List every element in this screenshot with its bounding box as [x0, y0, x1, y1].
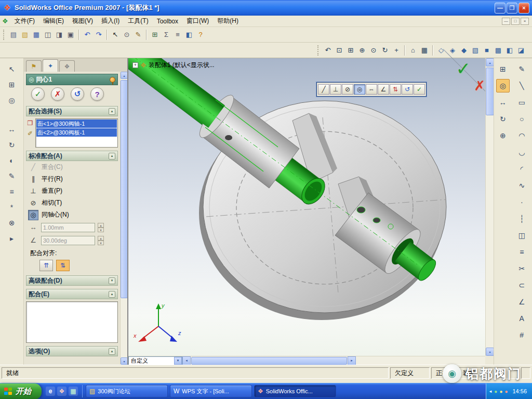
sketch-icon[interactable]: ✎ — [515, 62, 528, 76]
insert-components-icon[interactable]: ⊞ — [496, 62, 510, 76]
selection-filter-icon[interactable]: ⊙ — [121, 29, 132, 41]
line-icon[interactable]: ╲ — [515, 79, 528, 92]
mate-tangent[interactable]: ⊘ 相切(T) — [26, 197, 118, 209]
quicklaunch-show-desktop-icon[interactable]: ▦ — [69, 387, 78, 396]
help-icon[interactable]: ? — [195, 29, 206, 41]
scroll-down-icon[interactable]: ▾ — [121, 357, 128, 365]
feature-tree-root[interactable]: + ❖ 装配体1 (默认<显示状... — [132, 61, 215, 70]
mate-coincident[interactable]: ╱ 重合(C) — [26, 161, 118, 173]
task-folder-300[interactable]: ▨ 300阀门论坛 — [86, 385, 168, 397]
popup-ok-icon[interactable]: ✓ — [414, 84, 425, 95]
model-hole-2[interactable] — [373, 218, 380, 223]
scroll-up-icon[interactable]: ▴ — [486, 58, 494, 66]
equations-icon[interactable]: Σ — [161, 29, 172, 41]
restore-button[interactable]: ❐ — [507, 3, 517, 14]
smart-fasteners-icon[interactable]: ⊕ — [496, 129, 510, 142]
confirm-ok-icon[interactable]: ✓ — [456, 58, 471, 79]
quicklaunch-ie-icon[interactable]: e — [46, 387, 55, 396]
linear-pattern-icon[interactable]: # — [515, 328, 528, 342]
shaded-icon[interactable]: ■ — [481, 45, 493, 56]
popup-coincident-icon[interactable]: ╱ — [318, 84, 329, 95]
model-canvas[interactable]: y x z — [128, 58, 486, 356]
selected-face-item[interactable]: 面<1>@300阀轴-1 — [36, 119, 117, 128]
features-icon[interactable]: ≡ — [5, 185, 19, 198]
insert-component-icon[interactable]: ⊞ — [5, 78, 19, 91]
popup-undo-icon[interactable]: ↺ — [402, 84, 413, 95]
menu-toolbox[interactable]: Toolbox — [153, 16, 182, 26]
menu-edit[interactable]: 编辑(E) — [39, 16, 68, 26]
make-assembly-icon[interactable]: ◨ — [54, 29, 65, 41]
menu-view[interactable]: 视图(V) — [68, 16, 97, 26]
scroll-up-icon[interactable]: ▴ — [121, 72, 128, 79]
child-close-button[interactable]: × — [521, 18, 529, 25]
mirror-entities-icon[interactable]: ◫ — [515, 229, 528, 242]
aligned-button[interactable]: ⇈ — [39, 260, 53, 271]
three-point-arc-icon[interactable]: ◜ — [515, 162, 528, 176]
start-button[interactable]: 开始 — [0, 383, 42, 399]
section-options[interactable]: 选项(O) ▴ — [26, 346, 118, 356]
pan-icon[interactable]: + — [391, 45, 402, 56]
tree-expander-icon[interactable]: + — [132, 62, 138, 68]
sketch-entity-icon[interactable]: ✎ — [132, 29, 144, 41]
rotate-component-icon[interactable]: ↻ — [5, 138, 19, 152]
print-icon[interactable]: ▣ — [65, 29, 76, 41]
new-icon[interactable]: ▤ — [8, 29, 19, 41]
collapse-chevron-icon[interactable]: ▴ — [109, 108, 115, 115]
trim-entities-icon[interactable]: ✂ — [515, 262, 528, 275]
menu-window[interactable]: 窗口(W) — [182, 16, 213, 26]
make-drawing-icon[interactable]: ◫ — [42, 29, 54, 41]
collapse-chevron-icon[interactable]: ▴ — [109, 291, 115, 298]
section-advanced-mates[interactable]: 高级配合(D) ▾ — [26, 275, 118, 286]
toolbar-grip[interactable] — [3, 30, 5, 40]
shadows-icon[interactable]: ▩ — [493, 45, 504, 56]
centerpoint-arc-icon[interactable]: ◠ — [515, 129, 528, 142]
options-icon[interactable]: ≡ — [172, 29, 183, 41]
zoom-in-out-icon[interactable]: ⊕ — [356, 45, 368, 56]
shaded-with-edges-icon[interactable]: ▧ — [470, 45, 481, 56]
collapse-chevron-icon[interactable]: ▴ — [109, 348, 115, 355]
spline-icon[interactable]: ∿ — [515, 179, 528, 192]
minimize-button[interactable]: — — [495, 3, 506, 14]
rotate-view-icon[interactable]: ↻ — [379, 45, 391, 56]
rotate-component-icon[interactable]: ↻ — [496, 112, 510, 126]
tray-icon-3[interactable]: ● — [504, 389, 508, 394]
hidden-lines-removed-icon[interactable]: ◆ — [458, 45, 470, 56]
popup-tangent-icon[interactable]: ⊘ — [342, 84, 353, 95]
section-mate-selections[interactable]: 配合选择(S) ▴ — [26, 106, 118, 116]
popup-concentric-icon[interactable]: ◎ — [354, 84, 365, 95]
simulation-icon[interactable]: ▸ — [5, 232, 19, 245]
combo-dropdown-icon[interactable]: ▼ — [174, 357, 182, 365]
task-solidworks[interactable]: ❖ SolidWorks Offic... — [254, 385, 336, 397]
model-hole-3[interactable] — [225, 135, 232, 140]
undo-icon[interactable]: ↶ — [82, 29, 93, 41]
scroll-down-icon[interactable]: ▾ — [486, 348, 494, 356]
mate-concentric[interactable]: ◎ 同轴心(N) — [26, 209, 118, 221]
smart-dimension-icon[interactable]: ∠ — [515, 295, 528, 309]
text-icon[interactable]: A — [515, 312, 528, 325]
tab-configurationmanager[interactable]: ❖ — [59, 60, 75, 72]
scroll-thumb[interactable] — [486, 68, 494, 115]
menu-help[interactable]: 帮助(H) — [213, 16, 243, 26]
point-icon[interactable]: · — [515, 195, 528, 209]
section-view-icon[interactable]: ◧ — [504, 45, 515, 56]
toolbar-grip[interactable] — [317, 45, 320, 56]
scroll-thumb[interactable] — [121, 80, 128, 298]
popup-perpendicular-icon[interactable]: ⊥ — [330, 84, 341, 95]
popup-angle-icon[interactable]: ∠ — [378, 84, 389, 95]
zoom-selected-icon[interactable]: ⊙ — [368, 45, 379, 56]
mate-command-icon[interactable]: ◎ — [496, 79, 510, 92]
viewport-vertical-scrollbar[interactable]: ▴ ▾ — [485, 58, 494, 356]
tab-featuremanager[interactable]: ⚑ — [26, 60, 42, 72]
ok-button[interactable]: ✓ — [31, 87, 45, 101]
graphics-viewport[interactable]: y x z + ❖ 装配体1 (默认<显示状... ╱⊥⊘◎⇔∠⇅↺✓ ✓ ✗ … — [128, 58, 494, 365]
tray-chevron-icon[interactable]: ◂ — [489, 389, 492, 394]
move-component-icon[interactable]: ↔ — [5, 123, 19, 136]
mate-parallel[interactable]: ∥ 平行(R) — [26, 173, 118, 185]
zoom-area-icon[interactable]: ⊞ — [345, 45, 356, 56]
configuration-combo[interactable]: 自定义 ▼ — [128, 356, 182, 365]
assembly-doc-icon[interactable]: ❖ — [2, 17, 8, 25]
mate-selection-listbox[interactable]: 面<1>@300阀轴-1面<2>@300阀板-1 — [35, 118, 118, 148]
selected-face-item[interactable]: 面<2>@300阀板-1 — [36, 128, 117, 137]
tray-icon-1[interactable]: ● — [494, 389, 497, 394]
menu-file[interactable]: 文件(F) — [10, 16, 39, 26]
